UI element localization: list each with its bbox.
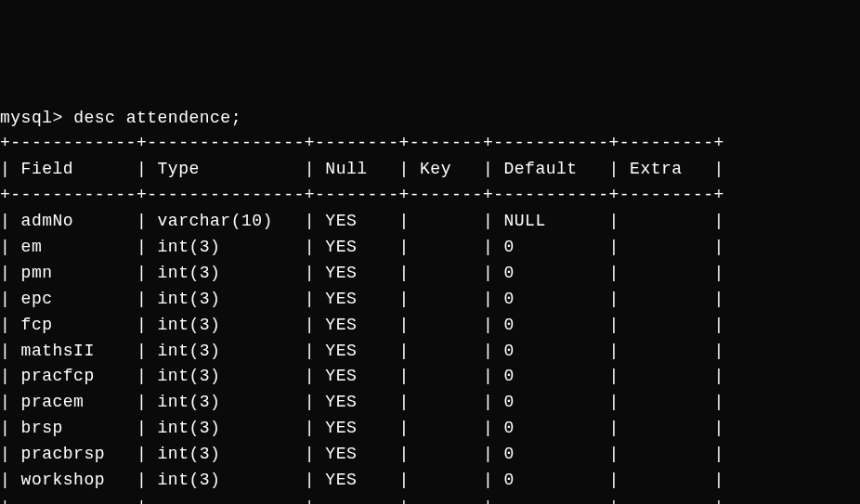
terminal-output: mysql> desc attendence; +------------+--…	[0, 104, 860, 504]
table-data-rows: | admNo | varchar(10) | YES | | NULL | |…	[0, 212, 724, 489]
sql-command: desc attendence;	[73, 109, 241, 127]
table-border-top: +------------+---------------+--------+-…	[0, 134, 724, 152]
mysql-prompt: mysql>	[0, 109, 63, 127]
table-border-bottom: +------------+---------------+--------+-…	[0, 497, 724, 504]
table-border-mid: +------------+---------------+--------+-…	[0, 186, 724, 204]
table-header-row: | Field | Type | Null | Key | Default | …	[0, 160, 724, 178]
